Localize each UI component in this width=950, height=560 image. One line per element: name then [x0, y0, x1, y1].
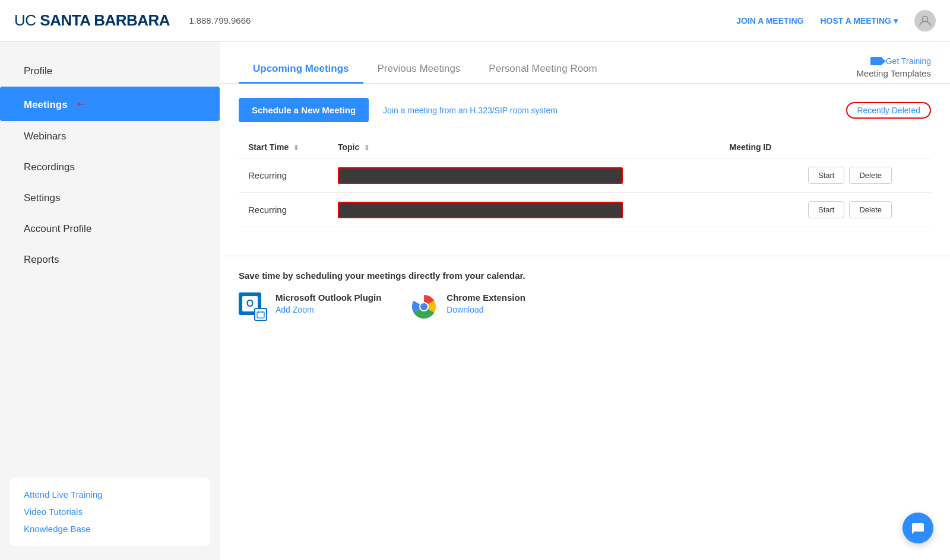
camera-icon [870, 57, 882, 65]
header-left: UC SANTA BARBARA 1.888.799.9666 [14, 11, 251, 30]
schedule-new-meeting-button[interactable]: Schedule a New Meeting [239, 98, 369, 122]
tabs-left: Upcoming Meetings Previous Meetings Pers… [239, 56, 612, 83]
row1-start-button[interactable]: Start [808, 167, 844, 184]
sidebar-support: Attend Live Training Video Tutorials Kno… [10, 478, 210, 546]
layout: Profile Meetings ← Webinars Recordings S… [0, 42, 950, 560]
col-actions [799, 136, 931, 158]
row1-topic-redacted [338, 167, 623, 184]
sidebar-label-profile: Profile [24, 65, 52, 77]
row2-topic-redacted [338, 202, 623, 218]
calendar-plugins: O Microsoft Outlook Plugin Add Zoom [239, 292, 931, 321]
chat-bubble-button[interactable] [902, 513, 933, 543]
sidebar-item-recordings[interactable]: Recordings [0, 152, 220, 183]
sort-icon-topic[interactable]: ⇕ [364, 144, 369, 151]
row1-start-time: Recurring [239, 158, 328, 193]
chrome-icon [411, 294, 437, 320]
sort-icon-start-time[interactable]: ⇕ [293, 144, 299, 151]
sidebar-item-settings[interactable]: Settings [0, 183, 220, 214]
meetings-table: Start Time ⇕ Topic ⇕ Meeting ID [239, 136, 931, 227]
sidebar-label-settings: Settings [24, 192, 60, 203]
video-tutorials-link[interactable]: Video Tutorials [24, 507, 196, 517]
host-meeting-label: HOST A MEETING [820, 16, 891, 26]
table-row: Recurring Start Delete [239, 158, 931, 193]
host-dropdown-icon: ▾ [894, 16, 898, 26]
sidebar-item-profile[interactable]: Profile [0, 56, 220, 87]
sidebar-nav: Profile Meetings ← Webinars Recordings S… [0, 56, 220, 463]
join-meeting-link[interactable]: JOIN A MEETING [736, 16, 803, 26]
chrome-plugin-icon [410, 292, 438, 321]
get-training-label: Get Training [886, 56, 931, 66]
logo-name: SANTA BARBARA [40, 11, 170, 29]
main-content: Upcoming Meetings Previous Meetings Pers… [220, 42, 950, 560]
outlook-plugin-icon: O [239, 292, 267, 321]
logo: UC SANTA BARBARA [14, 11, 170, 30]
host-meeting-button[interactable]: HOST A MEETING ▾ [820, 16, 898, 26]
header-right: JOIN A MEETING HOST A MEETING ▾ [736, 10, 936, 31]
sidebar-label-webinars: Webinars [24, 131, 66, 142]
tab-upcoming[interactable]: Upcoming Meetings [239, 56, 363, 84]
row2-delete-button[interactable]: Delete [849, 201, 892, 218]
chrome-plugin-info: Chrome Extension Download [446, 292, 525, 314]
knowledge-base-link[interactable]: Knowledge Base [24, 524, 196, 534]
row1-actions: Start Delete [799, 158, 931, 193]
sidebar-item-account-profile[interactable]: Account Profile [0, 214, 220, 244]
tabs-bar: Upcoming Meetings Previous Meetings Pers… [220, 42, 950, 84]
divider [220, 256, 950, 256]
row2-meeting-id [720, 193, 799, 227]
meeting-templates-label: Meeting Templates [856, 68, 931, 78]
row2-action-buttons: Start Delete [808, 201, 922, 218]
row1-action-buttons: Start Delete [808, 167, 922, 184]
sidebar-label-recordings: Recordings [24, 161, 75, 173]
calendar-title: Save time by scheduling your meetings di… [239, 271, 931, 281]
chat-icon [911, 521, 925, 535]
row2-topic [328, 193, 720, 227]
logo-uc: UC [14, 11, 36, 29]
svg-point-0 [923, 16, 928, 21]
outlook-add-zoom-link[interactable]: Add Zoom [276, 305, 381, 314]
sidebar-item-meetings[interactable]: Meetings ← [0, 87, 220, 121]
tab-previous[interactable]: Previous Meetings [363, 56, 475, 84]
join-h323-link[interactable]: Join a meeting from an H.323/SIP room sy… [383, 106, 558, 115]
meetings-content: Schedule a New Meeting Join a meeting fr… [220, 84, 950, 241]
svg-rect-1 [257, 312, 264, 318]
header: UC SANTA BARBARA 1.888.799.9666 JOIN A M… [0, 0, 950, 42]
tabs-right: Get Training Meeting Templates [856, 56, 931, 83]
sidebar-label-reports: Reports [24, 254, 59, 265]
tab-personal[interactable]: Personal Meeting Room [474, 56, 611, 84]
action-bar: Schedule a New Meeting Join a meeting fr… [239, 98, 931, 122]
row1-meeting-id [720, 158, 799, 193]
action-bar-left: Schedule a New Meeting Join a meeting fr… [239, 98, 558, 122]
row2-start-time: Recurring [239, 193, 328, 227]
chrome-plugin: Chrome Extension Download [410, 292, 525, 321]
outlook-plugin-info: Microsoft Outlook Plugin Add Zoom [276, 292, 381, 314]
user-icon [919, 14, 932, 27]
col-meeting-id: Meeting ID [720, 136, 799, 158]
svg-point-5 [420, 303, 428, 310]
calendar-section: Save time by scheduling your meetings di… [220, 271, 950, 340]
chrome-download-link[interactable]: Download [446, 305, 525, 314]
attend-live-training-link[interactable]: Attend Live Training [24, 489, 196, 499]
outlook-plugin-name: Microsoft Outlook Plugin [276, 292, 381, 303]
col-start-time: Start Time ⇕ [239, 136, 328, 158]
avatar[interactable] [914, 10, 936, 31]
outlook-plugin: O Microsoft Outlook Plugin Add Zoom [239, 292, 381, 321]
sidebar-item-webinars[interactable]: Webinars [0, 121, 220, 152]
chrome-plugin-name: Chrome Extension [446, 292, 525, 303]
phone-number: 1.888.799.9666 [189, 15, 251, 26]
recently-deleted-link[interactable]: Recently Deleted [846, 102, 931, 119]
outlook-calendar-icon [254, 308, 267, 321]
sidebar-item-reports[interactable]: Reports [0, 244, 220, 275]
row1-delete-button[interactable]: Delete [849, 167, 892, 184]
table-row: Recurring Start Delete [239, 193, 931, 227]
sidebar: Profile Meetings ← Webinars Recordings S… [0, 42, 220, 560]
row2-start-button[interactable]: Start [808, 201, 844, 218]
col-topic: Topic ⇕ [328, 136, 720, 158]
row1-topic [328, 158, 720, 193]
get-training-link[interactable]: Get Training [870, 56, 931, 66]
row2-actions: Start Delete [799, 193, 931, 227]
arrow-annotation: ← [75, 96, 88, 112]
sidebar-label-account-profile: Account Profile [24, 223, 91, 234]
sidebar-label-meetings: Meetings [24, 99, 68, 110]
